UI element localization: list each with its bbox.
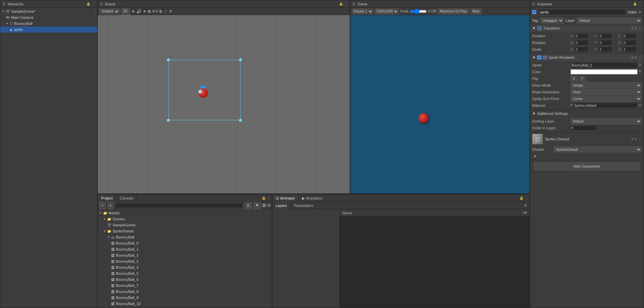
handle-tr[interactable] xyxy=(239,58,242,61)
filter-btn[interactable]: ▾ xyxy=(107,202,114,209)
project-item-bb9[interactable]: 🖼BouncyBall_9 xyxy=(98,295,272,301)
project-item-bb10[interactable]: 🖼BouncyBall_10 xyxy=(98,301,272,307)
hierarchy-collapse-icon[interactable]: ☰ xyxy=(2,2,6,6)
scene-more-icon[interactable]: ⋮ xyxy=(344,2,348,6)
hierarchy-item-sprite[interactable]: ◈ sprite xyxy=(0,27,97,33)
handle-tl[interactable] xyxy=(167,58,170,61)
transform-menu-icon[interactable]: ⋮ xyxy=(638,27,642,30)
rot-z-input[interactable] xyxy=(623,40,636,45)
shader-select[interactable]: Sprites/Default xyxy=(554,146,642,152)
project-item-bb6[interactable]: 🖼BouncyBall_6 xyxy=(98,276,272,282)
add-asset-btn[interactable]: + xyxy=(99,202,106,209)
layer-select[interactable]: Default xyxy=(577,17,642,24)
sr-edit-icon[interactable]: ✎ xyxy=(634,56,637,59)
draw-mode-select[interactable]: Simple xyxy=(570,82,642,88)
handle-br[interactable] xyxy=(239,119,242,122)
order-in-layer-input[interactable] xyxy=(570,125,597,131)
sprite-sort-point-select[interactable]: Center xyxy=(570,96,642,102)
flip-y-btn[interactable]: Y xyxy=(579,76,586,81)
scene-lock-icon[interactable]: 🔒 xyxy=(339,2,343,6)
game-content[interactable] xyxy=(350,15,529,193)
flip-x-btn[interactable]: X xyxy=(570,76,577,81)
tab-console[interactable]: Console xyxy=(116,194,137,202)
hierarchy-menu-icon[interactable]: ⋮ xyxy=(92,2,95,6)
sorting-layer-select[interactable]: Default xyxy=(570,118,642,124)
inspector-lock-icon[interactable]: 🔒 xyxy=(633,2,637,6)
animator-lock-icon[interactable]: 🔒 xyxy=(519,196,523,200)
assets-root[interactable]: ▼ 📁 Assets xyxy=(98,210,272,216)
project-item-bb4[interactable]: 🖼BouncyBall_4 xyxy=(98,264,272,270)
sr-menu-icon[interactable]: ⋮ xyxy=(638,56,642,59)
scene-grid-icon[interactable]: ⊞ xyxy=(147,9,151,14)
pos-y-input[interactable] xyxy=(599,33,612,39)
hierarchy-item-samplescene[interactable]: ▼ 🎬 SampleScene* ⋮ xyxy=(0,8,97,14)
pos-x-input[interactable] xyxy=(575,33,588,39)
project-item-bb0[interactable]: 🖼BouncyBall_0 xyxy=(98,240,272,246)
search-input[interactable] xyxy=(115,203,243,208)
object-enabled-checkbox[interactable] xyxy=(532,10,536,14)
layers-eye-icon[interactable]: 👁 xyxy=(524,204,527,208)
mask-interaction-select[interactable]: None xyxy=(570,89,642,95)
scene-audio-icon[interactable]: 🔊 xyxy=(136,9,141,14)
display-select[interactable]: Display 1 xyxy=(352,8,373,14)
tag-select[interactable]: Untagged xyxy=(540,17,564,24)
transform-edit-icon[interactable]: ✎ xyxy=(634,27,637,30)
tab-animation[interactable]: ▶ Animation xyxy=(299,194,326,202)
material-pick-icon[interactable]: ⊙ xyxy=(638,103,642,108)
project-lock-icon[interactable]: 🔒 xyxy=(262,196,266,200)
sr-enabled-checkbox[interactable] xyxy=(537,55,541,59)
animator-more-icon[interactable]: ⋮ xyxy=(525,196,528,200)
scene-panel-menu[interactable]: ☰ xyxy=(100,2,103,6)
tab-animator[interactable]: ⊡ Animator xyxy=(272,194,299,202)
project-item-bb1[interactable]: 🖼BouncyBall_1 xyxy=(98,246,272,252)
object-name-input[interactable] xyxy=(538,9,626,15)
game-panel-menu[interactable]: ☰ xyxy=(352,2,355,6)
material-collapse-arrow[interactable]: ▶ xyxy=(534,154,537,158)
scene-fx-icon[interactable]: ✦ xyxy=(143,9,146,14)
transform-info-icon[interactable]: ℹ xyxy=(632,27,633,30)
scale-x-input[interactable] xyxy=(575,47,588,52)
add-component-button[interactable]: Add Component xyxy=(533,162,640,170)
scene-content[interactable] xyxy=(98,15,350,193)
sr-info-icon[interactable]: ℹ xyxy=(632,56,633,59)
additional-header[interactable]: ▼ Additional Settings xyxy=(530,110,644,117)
project-item-scenes[interactable]: ▼ 📁 Scenes xyxy=(98,216,272,222)
shading-mode-select[interactable]: Shaded xyxy=(99,8,120,14)
lp-tab-layers[interactable]: Layers xyxy=(272,202,291,209)
scale-z-input[interactable] xyxy=(623,47,636,52)
project-item-bb5[interactable]: 🖼BouncyBall_5 xyxy=(98,270,272,276)
resolution-select[interactable]: 1920x1080 xyxy=(375,8,399,14)
scene-extra-icon[interactable]: ✕ xyxy=(169,9,172,14)
scene-gizmos-icon[interactable]: ⊕ xyxy=(159,9,162,14)
animator-main[interactable] xyxy=(340,217,529,308)
mute-btn[interactable]: Mute xyxy=(470,8,482,14)
color-preview[interactable] xyxy=(570,69,638,75)
project-item-bb7[interactable]: 🖼BouncyBall_7 xyxy=(98,282,272,289)
hierarchy-item-bouncyball[interactable]: ▼ ⬡ BouncyBall xyxy=(0,20,97,27)
project-item-spritesheets[interactable]: ▼ 📁 SpriteSheets xyxy=(98,228,272,234)
material-menu-icon[interactable]: ⋮ xyxy=(638,137,642,141)
project-item-bb11[interactable]: 🖼BouncyBall_11 xyxy=(98,307,272,308)
scene-settings-icon[interactable]: ⋮ xyxy=(164,9,168,14)
handle-bl[interactable] xyxy=(167,119,170,122)
pos-z-input[interactable] xyxy=(623,33,636,39)
tab-project[interactable]: Project xyxy=(98,194,116,202)
scale-y-input[interactable] xyxy=(599,47,612,52)
scene-menu[interactable]: ⋮ xyxy=(94,10,97,13)
add-param-btn[interactable]: +▾ xyxy=(523,211,527,215)
sprite-renderer-header[interactable]: ▼ Sprite Renderer ℹ ✎ ⋮ xyxy=(530,54,644,61)
inspector-menu-icon[interactable]: ☰ xyxy=(532,2,535,6)
2d-button[interactable]: 2D xyxy=(121,8,130,15)
material-value-input[interactable] xyxy=(573,103,638,108)
scale-slider[interactable] xyxy=(410,9,427,14)
inspector-more-icon[interactable]: ⋮ xyxy=(638,2,642,6)
color-pick-icon[interactable]: ✎ xyxy=(638,69,642,75)
static-dropdown-icon[interactable]: ▼ xyxy=(638,10,642,14)
project-item-bb8[interactable]: 🖼BouncyBall_8 xyxy=(98,289,272,295)
material-info-icon[interactable]: ℹ xyxy=(632,137,633,141)
project-item-bouncyball-folder[interactable]: ▼ 🗂 BouncyBall xyxy=(98,234,272,240)
scene-light-icon[interactable]: ☀ xyxy=(131,9,135,14)
hierarchy-item-maincamera[interactable]: 📷 Main Camera xyxy=(0,14,97,20)
sprite-value-input[interactable] xyxy=(570,62,638,68)
maximize-btn[interactable]: Maximize On Play xyxy=(438,8,469,14)
